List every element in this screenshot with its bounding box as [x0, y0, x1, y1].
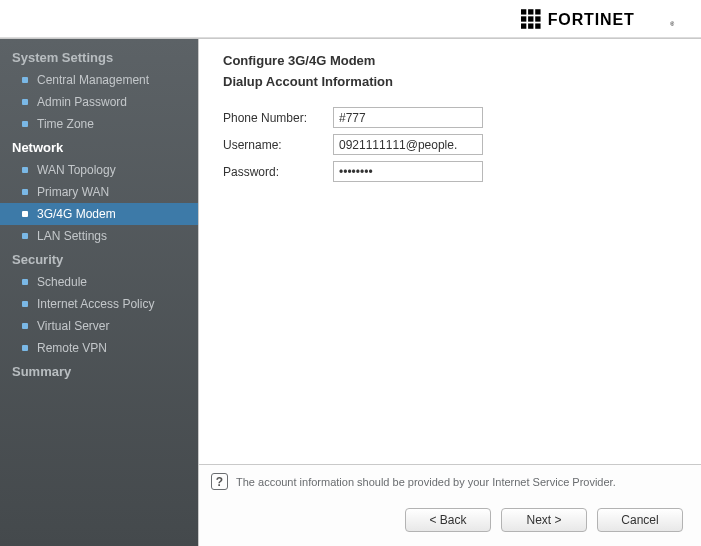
- svg-text:FORTINET: FORTINET: [548, 11, 635, 28]
- brand-logo: FORTINET ®: [521, 9, 681, 29]
- sidebar-item-time-zone[interactable]: Time Zone: [0, 113, 198, 135]
- sidebar-item-virtual-server[interactable]: Virtual Server: [0, 315, 198, 337]
- username-input[interactable]: [333, 134, 483, 155]
- sidebar-item-label: Central Management: [37, 73, 149, 87]
- sidebar-item-label: 3G/4G Modem: [37, 207, 116, 221]
- hint-bar: ? The account information should be prov…: [199, 464, 701, 498]
- phone-label: Phone Number:: [223, 111, 333, 125]
- sidebar-item-remote-vpn[interactable]: Remote VPN: [0, 337, 198, 359]
- bullet-icon: [22, 233, 28, 239]
- username-label: Username:: [223, 138, 333, 152]
- sidebar-item-lan-settings[interactable]: LAN Settings: [0, 225, 198, 247]
- sidebar-item-primary-wan[interactable]: Primary WAN: [0, 181, 198, 203]
- bullet-icon: [22, 301, 28, 307]
- svg-text:®: ®: [670, 21, 674, 27]
- bullet-icon: [22, 279, 28, 285]
- main-panel: Configure 3G/4G Modem Dialup Account Inf…: [198, 39, 701, 546]
- svg-rect-2: [535, 9, 540, 14]
- sidebar-group-summary: Summary: [0, 359, 198, 383]
- bullet-icon: [22, 167, 28, 173]
- sidebar-item-label: Remote VPN: [37, 341, 107, 355]
- back-button[interactable]: < Back: [405, 508, 491, 532]
- sidebar-item-label: WAN Topology: [37, 163, 116, 177]
- sidebar-item-label: Virtual Server: [37, 319, 109, 333]
- body: System Settings Central Management Admin…: [0, 38, 701, 546]
- sidebar-group-security: Security: [0, 247, 198, 271]
- sidebar-item-label: Schedule: [37, 275, 87, 289]
- svg-rect-7: [528, 23, 533, 28]
- next-button[interactable]: Next >: [501, 508, 587, 532]
- sidebar-item-admin-password[interactable]: Admin Password: [0, 91, 198, 113]
- sidebar-group-network: Network: [0, 135, 198, 159]
- page-subtitle: Dialup Account Information: [223, 74, 677, 89]
- fortinet-logo-icon: FORTINET ®: [521, 9, 681, 29]
- footer: < Back Next > Cancel: [199, 498, 701, 546]
- form-row-password: Password:: [223, 161, 677, 182]
- svg-rect-6: [521, 23, 526, 28]
- bullet-icon: [22, 323, 28, 329]
- sidebar-group-system-settings: System Settings: [0, 45, 198, 69]
- svg-rect-5: [535, 16, 540, 21]
- sidebar: System Settings Central Management Admin…: [0, 39, 198, 546]
- sidebar-item-internet-access-policy[interactable]: Internet Access Policy: [0, 293, 198, 315]
- sidebar-item-3g-4g-modem[interactable]: 3G/4G Modem: [0, 203, 198, 225]
- svg-rect-4: [528, 16, 533, 21]
- sidebar-item-label: Admin Password: [37, 95, 127, 109]
- bullet-icon: [22, 77, 28, 83]
- bullet-icon: [22, 211, 28, 217]
- app-window: FORTINET ® System Settings Central Manag…: [0, 0, 701, 546]
- sidebar-item-label: Time Zone: [37, 117, 94, 131]
- cancel-button[interactable]: Cancel: [597, 508, 683, 532]
- bullet-icon: [22, 345, 28, 351]
- bullet-icon: [22, 99, 28, 105]
- sidebar-item-wan-topology[interactable]: WAN Topology: [0, 159, 198, 181]
- password-input[interactable]: [333, 161, 483, 182]
- help-icon: ?: [211, 473, 228, 490]
- svg-rect-3: [521, 16, 526, 21]
- svg-rect-1: [528, 9, 533, 14]
- sidebar-item-schedule[interactable]: Schedule: [0, 271, 198, 293]
- content: Configure 3G/4G Modem Dialup Account Inf…: [199, 39, 701, 464]
- password-label: Password:: [223, 165, 333, 179]
- sidebar-item-label: Primary WAN: [37, 185, 109, 199]
- sidebar-item-label: Internet Access Policy: [37, 297, 154, 311]
- bullet-icon: [22, 189, 28, 195]
- form-row-username: Username:: [223, 134, 677, 155]
- phone-input[interactable]: [333, 107, 483, 128]
- svg-rect-8: [535, 23, 540, 28]
- sidebar-item-central-management[interactable]: Central Management: [0, 69, 198, 91]
- header: FORTINET ®: [0, 0, 701, 38]
- sidebar-item-label: LAN Settings: [37, 229, 107, 243]
- bullet-icon: [22, 121, 28, 127]
- hint-text: The account information should be provid…: [236, 476, 616, 488]
- svg-rect-0: [521, 9, 526, 14]
- form-row-phone: Phone Number:: [223, 107, 677, 128]
- page-title: Configure 3G/4G Modem: [223, 53, 677, 68]
